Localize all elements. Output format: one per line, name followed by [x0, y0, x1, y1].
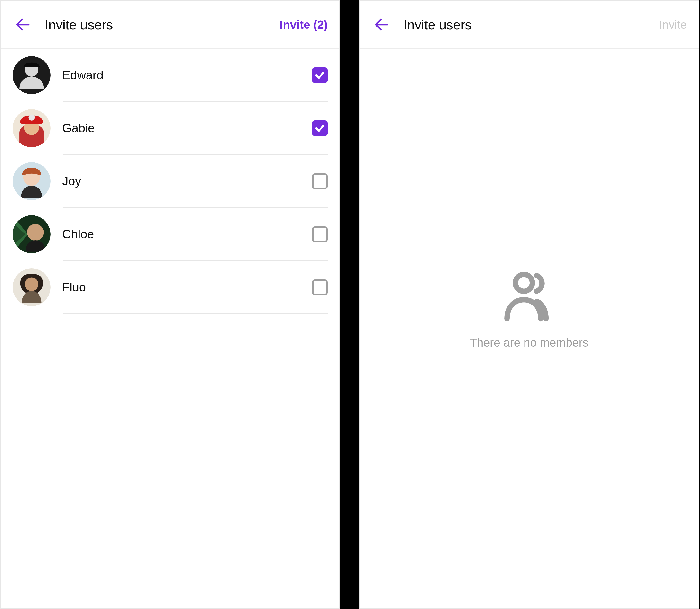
user-row[interactable]: Joy [1, 155, 339, 208]
avatar [13, 268, 51, 306]
checkbox[interactable] [312, 173, 328, 189]
header: Invite users Invite (2) [1, 1, 339, 49]
user-list[interactable]: Edward Gabie Joy Chloe [1, 49, 339, 608]
checkbox[interactable] [312, 226, 328, 242]
svg-point-19 [516, 274, 532, 291]
members-icon [498, 269, 561, 322]
checkbox[interactable] [312, 279, 328, 295]
svg-point-13 [27, 224, 44, 241]
page-title: Invite users [45, 17, 270, 33]
avatar [13, 162, 51, 200]
arrow-left-icon [14, 16, 32, 33]
avatar [13, 109, 51, 147]
invite-users-screen: Invite users Invite (2) Edward Gabie [0, 0, 340, 609]
user-name: Chloe [62, 227, 301, 241]
invite-button[interactable]: Invite (2) [280, 18, 328, 31]
check-icon [315, 70, 325, 81]
user-name: Fluo [62, 280, 301, 294]
invite-users-empty-screen: Invite users Invite There are no members [359, 0, 699, 609]
empty-message: There are no members [470, 336, 589, 349]
user-name: Edward [62, 68, 301, 82]
screens-divider [340, 0, 359, 609]
avatar [13, 215, 51, 253]
user-row[interactable]: Chloe [1, 208, 339, 261]
user-row[interactable]: Gabie [1, 102, 339, 155]
user-row[interactable]: Fluo [1, 261, 339, 314]
avatar [13, 56, 51, 94]
checkbox[interactable] [312, 120, 328, 136]
user-name: Joy [62, 174, 301, 188]
back-button[interactable] [11, 12, 35, 37]
svg-point-7 [29, 115, 35, 121]
checkbox[interactable] [312, 67, 328, 83]
svg-point-17 [25, 277, 38, 291]
check-icon [315, 123, 325, 134]
user-row[interactable]: Edward [1, 49, 339, 102]
user-name: Gabie [62, 121, 301, 135]
empty-state: There are no members [360, 29, 699, 589]
